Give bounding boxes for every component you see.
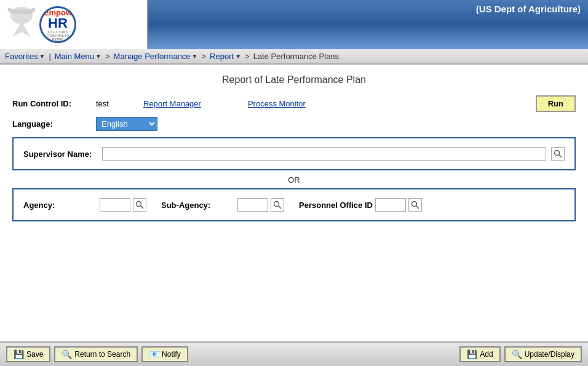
header: Empow HR SOLUTIONS FROM HIRE TO RETIRE (… [0, 0, 588, 49]
nav-manage-performance-dropdown: ▼ [192, 53, 198, 60]
update-display-label: Update/Display [525, 350, 574, 359]
agency-label: Agency: [23, 201, 97, 210]
language-row: Language: English [12, 117, 576, 131]
save-icon: 💾 [14, 349, 24, 359]
logo-section: Empow HR SOLUTIONS FROM HIRE TO RETIRE [0, 0, 148, 49]
nav-bar: Favorites ▼ | Main Menu ▼ > Manage Perfo… [0, 49, 588, 65]
toolbar-right: 💾 Add 🔍 Update/Display [459, 346, 582, 362]
nav-manage-performance-label: Manage Performance [114, 52, 191, 61]
eagle-icon [6, 6, 37, 43]
nav-favorites-dropdown: ▼ [39, 53, 45, 60]
add-button[interactable]: 💾 Add [459, 346, 500, 362]
language-select[interactable]: English [96, 117, 157, 131]
return-search-icon: 🔍 [62, 349, 72, 359]
nav-report[interactable]: Report ▼ [210, 52, 241, 61]
logo-circle: Empow HR SOLUTIONS FROM HIRE TO RETIRE [39, 6, 76, 43]
run-control-row: Run Control ID: test Report Manager Proc… [12, 95, 576, 112]
subagency-label: Sub-Agency: [161, 201, 235, 210]
personnel-office-input[interactable] [375, 198, 406, 212]
supervisor-input[interactable] [102, 147, 546, 161]
supervisor-panel: Supervisor Name: [12, 137, 576, 170]
agency-input[interactable] [100, 198, 130, 212]
nav-sep-3: > [202, 52, 207, 61]
run-button[interactable]: Run [536, 95, 576, 112]
nav-report-dropdown: ▼ [235, 53, 241, 60]
update-display-button[interactable]: 🔍 Update/Display [504, 346, 582, 362]
supervisor-label: Supervisor Name: [23, 149, 97, 159]
supervisor-row: Supervisor Name: [23, 147, 565, 161]
notify-label: Notify [162, 350, 181, 359]
agency-row: Agency: Sub-Agency: [23, 198, 565, 212]
nav-favorites[interactable]: Favorites ▼ [5, 52, 45, 61]
logo-hr: HR [41, 17, 74, 30]
svg-point-5 [274, 202, 279, 207]
nav-main-menu-label: Main Menu [55, 52, 94, 61]
svg-point-7 [412, 202, 417, 207]
agency-search-icon [135, 201, 144, 209]
svg-line-8 [416, 206, 419, 209]
nav-main-menu[interactable]: Main Menu ▼ [55, 52, 101, 61]
nav-manage-performance[interactable]: Manage Performance ▼ [114, 52, 198, 61]
nav-sep-4: > [245, 52, 250, 61]
return-to-search-label: Return to Search [74, 350, 130, 359]
personnel-office-group: Personnel Office ID [299, 198, 422, 212]
save-button[interactable]: 💾 Save [6, 346, 50, 362]
svg-line-6 [279, 206, 282, 209]
nav-current: Late Performance Plans [253, 52, 339, 61]
header-right: (US Dept of Agriculture) [148, 0, 588, 49]
add-label: Add [480, 350, 493, 359]
return-to-search-button[interactable]: 🔍 Return to Search [54, 346, 138, 362]
search-icon [554, 149, 562, 158]
svg-line-4 [141, 206, 144, 209]
agency-panel: Agency: Sub-Agency: [12, 188, 576, 221]
page-title: Report of Late Performance Plan [12, 74, 576, 86]
dept-label: (US Dept of Agriculture) [476, 2, 581, 14]
run-control-label: Run Control ID: [12, 99, 86, 108]
nav-main-menu-dropdown: ▼ [95, 53, 101, 60]
notify-icon: 📧 [149, 349, 159, 359]
nav-sep-1: | [49, 52, 50, 61]
report-manager-link[interactable]: Report Manager [143, 99, 201, 108]
supervisor-search-button[interactable] [551, 147, 565, 161]
nav-sep-2: > [105, 52, 110, 61]
subagency-search-icon [273, 201, 282, 209]
bottom-toolbar: 💾 Save 🔍 Return to Search 📧 Notify 💾 Add… [0, 341, 588, 366]
main-content: Report of Late Performance Plan Run Cont… [0, 65, 588, 331]
process-monitor-link[interactable]: Process Monitor [248, 99, 306, 108]
save-label: Save [26, 350, 43, 359]
logo-tagline: FROM HIRE TO RETIRE [41, 34, 74, 41]
svg-point-1 [555, 151, 560, 156]
personnel-office-search-button[interactable] [408, 198, 422, 212]
add-icon: 💾 [467, 349, 477, 359]
personnel-search-icon [411, 201, 419, 209]
personnel-office-label: Personnel Office ID [299, 201, 373, 210]
nav-report-label: Report [210, 52, 234, 61]
svg-line-2 [559, 155, 562, 158]
update-display-icon: 🔍 [512, 349, 522, 359]
nav-favorites-label: Favorites [5, 52, 38, 61]
svg-point-3 [137, 202, 141, 207]
subagency-group: Sub-Agency: [161, 198, 284, 212]
toolbar-left: 💾 Save 🔍 Return to Search 📧 Notify [6, 346, 188, 362]
run-control-value: test [96, 99, 109, 108]
subagency-input[interactable] [237, 198, 268, 212]
or-divider: OR [12, 175, 576, 185]
notify-button[interactable]: 📧 Notify [141, 346, 188, 362]
language-label: Language: [12, 119, 86, 129]
agency-group: Agency: [23, 198, 146, 212]
agency-search-button[interactable] [133, 198, 146, 212]
subagency-search-button[interactable] [271, 198, 284, 212]
